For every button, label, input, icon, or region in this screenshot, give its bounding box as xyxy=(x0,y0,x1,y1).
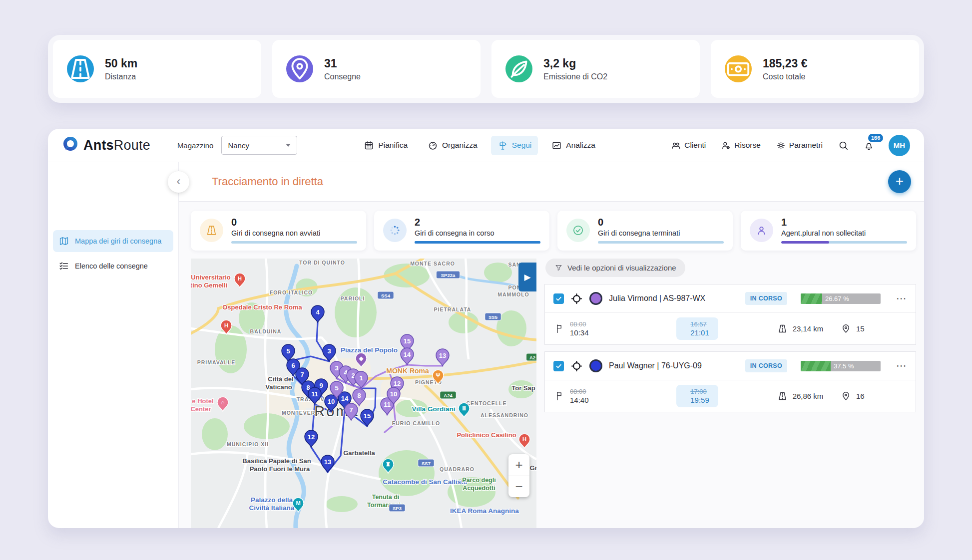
nav-item-label: Parametri xyxy=(789,141,823,150)
svg-text:6: 6 xyxy=(291,362,295,369)
map-label: Center xyxy=(191,405,211,413)
sidebar-item-map[interactable]: Mappa dei giri di consegna xyxy=(53,230,173,252)
gauge-icon xyxy=(428,140,438,151)
map-label: tino Gemelli xyxy=(191,281,227,289)
driver-block-1: Paul Wagner | 76-UYG-09 IN CORSO 37.5 % … xyxy=(544,351,916,412)
locate-icon[interactable] xyxy=(570,360,583,372)
nav-item-clienti[interactable]: Clienti xyxy=(670,137,707,154)
display-options-label: Vedi le opzioni di visualizzazione xyxy=(567,264,676,272)
nav-item-pianifica[interactable]: Pianifica xyxy=(357,136,414,155)
warehouse-select[interactable]: Nancy xyxy=(221,136,297,155)
end-time-cell: 16:57 21:01 xyxy=(635,317,760,340)
map-label: Villa Gordiani xyxy=(412,405,456,413)
svg-text:14: 14 xyxy=(341,395,349,402)
progress-label: 26.67 % xyxy=(825,293,849,304)
road-icon xyxy=(200,219,223,242)
spinner-icon xyxy=(383,219,407,242)
map-label: Basilica Papale di San xyxy=(242,457,311,465)
map-label: BALDUINA xyxy=(250,328,282,334)
map-label: Vaticano xyxy=(265,383,292,391)
add-button[interactable]: + xyxy=(888,170,911,193)
sidebar-item-list[interactable]: Elenco delle consegne xyxy=(53,255,173,277)
map-label: PIETRALATA xyxy=(434,306,472,312)
nav-item-risorse[interactable]: Risorse xyxy=(720,137,762,154)
map-label: PARIOLI xyxy=(341,295,365,301)
nav-item-label: Organizza xyxy=(442,141,478,150)
page-title: Tracciamento in diretta xyxy=(212,175,323,188)
more-options-button[interactable]: ⋯ xyxy=(896,360,907,372)
driver-checkbox[interactable] xyxy=(553,293,564,304)
svg-text:9: 9 xyxy=(319,382,323,389)
stat-text: 31 Consegne xyxy=(324,57,361,81)
map-label: QUADRARO xyxy=(440,466,475,472)
antsroute-logo-icon xyxy=(62,136,79,155)
road-shield: SS7 xyxy=(418,459,435,467)
svg-text:10: 10 xyxy=(390,390,397,398)
status-card-bar xyxy=(598,241,724,244)
zoom-out-button[interactable]: − xyxy=(508,476,529,497)
notifications-button[interactable]: 166 xyxy=(863,140,875,151)
start-actual: 14:40 xyxy=(570,396,589,404)
svg-text:SP22a: SP22a xyxy=(441,273,456,278)
map-label: Palazzo della xyxy=(251,496,293,504)
stops-value: 15 xyxy=(856,324,865,333)
status-card-text: 0 Giri di consegna terminati xyxy=(598,217,724,244)
nav-item-segui[interactable]: Segui xyxy=(491,136,538,155)
status-card-text: 2 Giri di consegna in corso xyxy=(415,217,540,244)
zoom-in-button[interactable]: + xyxy=(508,454,529,476)
map-label: ALESSANDRINO xyxy=(481,412,528,418)
navbar: AntsRoute Magazzino Nancy Pianifica Orga… xyxy=(48,129,924,162)
stats-panel: 50 km Distanza 31 Consegne 3,2 kg Emissi… xyxy=(48,35,924,103)
calendar-icon xyxy=(364,140,374,151)
nav-item-organizza[interactable]: Organizza xyxy=(421,136,484,155)
map-label: Tor Sap xyxy=(511,384,535,392)
progress-bar: 37.5 % xyxy=(801,361,881,371)
start-actual: 10:34 xyxy=(570,328,589,337)
driver-avatar xyxy=(589,359,602,372)
driver-detail-row: 08:00 14:40 17:00 19:59 26,86 km xyxy=(545,380,916,412)
svg-text:SP3: SP3 xyxy=(393,506,402,511)
nav-center: Pianifica Organizza Segui Analizza xyxy=(357,136,602,155)
people-icon xyxy=(671,140,681,151)
stops-value: 16 xyxy=(856,392,865,400)
pin-icon xyxy=(841,391,851,401)
map-label: Garbatella xyxy=(343,449,375,457)
display-options-button[interactable]: Vedi le opzioni di visualizzazione xyxy=(545,259,685,277)
nav-item-analizza[interactable]: Analizza xyxy=(545,136,602,155)
flag-icon xyxy=(555,323,565,334)
svg-text:10: 10 xyxy=(328,398,335,405)
start-time-cell: 08:00 14:40 xyxy=(555,388,635,404)
search-button[interactable] xyxy=(838,140,849,151)
map[interactable]: TOR DI QUINTOMONTE SACROSANPONTMAMMOLOFO… xyxy=(191,259,536,528)
status-card-label: Giri di consegna in corso xyxy=(415,229,540,237)
status-card-label: Agent.plural non sollecitati xyxy=(781,229,907,237)
svg-text:14: 14 xyxy=(404,351,411,358)
driver-checkbox[interactable] xyxy=(553,361,564,371)
driver-name: Paul Wagner | 76-UYG-09 xyxy=(609,361,702,370)
stops-cell: 15 xyxy=(841,323,906,334)
end-time-box: 17:00 19:59 xyxy=(676,385,718,407)
back-button[interactable]: ‹ xyxy=(168,171,189,193)
driver-name: Julia Virmond | AS-987-WX xyxy=(609,294,705,303)
svg-text:3: 3 xyxy=(327,347,331,355)
map-expand-button[interactable]: ▶ xyxy=(518,263,536,291)
svg-text:13: 13 xyxy=(324,458,331,466)
svg-text:A2: A2 xyxy=(529,355,535,360)
brand-logo[interactable]: AntsRoute xyxy=(62,136,150,155)
nav-item-label: Clienti xyxy=(684,141,706,150)
status-card-value: 0 xyxy=(231,217,357,228)
status-card-value: 1 xyxy=(781,217,907,228)
svg-text:5: 5 xyxy=(335,384,338,392)
nav-item-label: Segui xyxy=(512,141,532,150)
nav-item-parametri[interactable]: Parametri xyxy=(775,137,824,154)
content-header: ‹ Tracciamento in diretta + xyxy=(179,162,924,202)
status-card-bar xyxy=(231,241,357,244)
user-avatar[interactable]: MH xyxy=(889,135,910,156)
road-shield: SP22a xyxy=(436,271,460,279)
locate-icon[interactable] xyxy=(570,292,583,305)
more-options-button[interactable]: ⋯ xyxy=(896,292,907,304)
stat-value: 3,2 kg xyxy=(543,57,607,70)
stat-label: Distanza xyxy=(105,72,137,81)
driver-avatar xyxy=(589,292,602,305)
map-label: MONTE SACRO xyxy=(410,261,455,267)
